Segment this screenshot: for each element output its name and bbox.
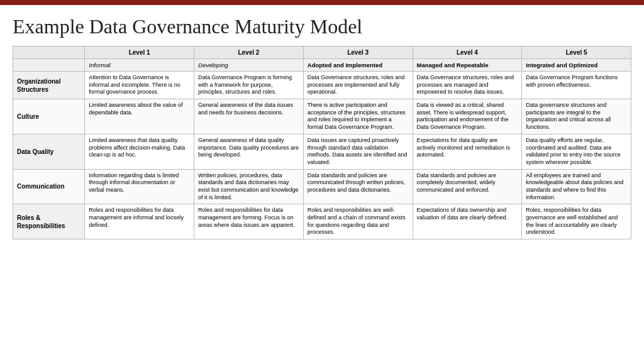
data-cell: Roles and responsibilities are well-defi… xyxy=(303,204,413,239)
level-4-header: Level 4 xyxy=(413,47,522,59)
slide: Example Data Governance Maturity Model L… xyxy=(0,5,644,362)
category-cell: Data Quality xyxy=(13,134,85,169)
header-empty-1 xyxy=(13,47,85,59)
data-cell: Data standards and policies are complete… xyxy=(413,169,522,204)
table-row: CommunicationInformation regarding data … xyxy=(13,169,631,204)
sublevel-adopted: Adopted and Implemented xyxy=(303,59,413,72)
data-cell: Data Governance Program functions with p… xyxy=(522,72,631,99)
page-title: Example Data Governance Maturity Model xyxy=(13,15,631,38)
level-2-header: Level 2 xyxy=(194,47,304,59)
data-cell: Roles and responsibilities for data mana… xyxy=(85,204,194,239)
data-cell: Information regarding data is limited th… xyxy=(85,169,194,204)
data-cell: All employees are trained and knowledgea… xyxy=(522,169,631,204)
sublevel-developing: Developing xyxy=(194,59,304,72)
category-cell: Culture xyxy=(13,99,85,134)
level-3-header: Level 3 xyxy=(303,47,413,59)
data-cell: Limited awareness about the value of dep… xyxy=(85,99,194,134)
data-cell: Data Governance structures, roles and pr… xyxy=(413,72,522,99)
level-5-header: Level 5 xyxy=(522,47,631,59)
table-row: Roles & ResponsibilitiesRoles and respon… xyxy=(13,204,631,239)
data-cell: General awareness of data quality import… xyxy=(194,134,304,169)
data-cell: Data quality efforts are regular, coordi… xyxy=(522,134,631,169)
sublevel-empty-1 xyxy=(13,59,85,72)
data-cell: Data is viewed as a critical, shared ass… xyxy=(413,99,522,134)
category-cell: Organizational Structures xyxy=(13,72,85,99)
data-cell: Data issues are captured proactively thr… xyxy=(303,134,413,169)
maturity-table: Level 1 Level 2 Level 3 Level 4 Level 5 … xyxy=(13,46,631,239)
table-body: Organizational StructuresAttention to Da… xyxy=(13,72,631,239)
sublevel-integrated: Integrated and Optimized xyxy=(522,59,631,72)
data-cell: Roles and responsibilities for data mana… xyxy=(194,204,304,239)
sublevel-header-row: Informal Developing Adopted and Implemen… xyxy=(13,59,631,72)
data-cell: Roles, responsibilities for data governa… xyxy=(522,204,631,239)
table-row: CultureLimited awareness about the value… xyxy=(13,99,631,134)
data-cell: General awareness of the data issues and… xyxy=(194,99,304,134)
top-bar xyxy=(0,0,644,5)
data-cell: Expectations for data quality are active… xyxy=(413,134,522,169)
data-cell: Expectations of data ownership and valua… xyxy=(413,204,522,239)
level-header-row: Level 1 Level 2 Level 3 Level 4 Level 5 xyxy=(13,47,631,59)
data-cell: Data governance structures and participa… xyxy=(522,99,631,134)
table-row: Data QualityLimited awareness that data … xyxy=(13,134,631,169)
category-cell: Communication xyxy=(13,169,85,204)
data-cell: Written policies, procedures, data stand… xyxy=(194,169,304,204)
data-cell: Data standards and policies are communic… xyxy=(303,169,413,204)
data-cell: Attention to Data Governance is informal… xyxy=(85,72,194,99)
data-cell: Data Governance structures, roles and pr… xyxy=(303,72,413,99)
data-cell: There is active participation and accept… xyxy=(303,99,413,134)
sublevel-managed: Managed and Repeatable xyxy=(413,59,522,72)
data-cell: Data Governance Program is forming with … xyxy=(194,72,304,99)
sublevel-informal: Informal xyxy=(85,59,194,72)
data-cell: Limited awareness that data quality prob… xyxy=(85,134,194,169)
table-wrap: Level 1 Level 2 Level 3 Level 4 Level 5 … xyxy=(13,46,631,239)
category-cell: Roles & Responsibilities xyxy=(13,204,85,239)
table-row: Organizational StructuresAttention to Da… xyxy=(13,72,631,99)
level-1-header: Level 1 xyxy=(85,47,194,59)
